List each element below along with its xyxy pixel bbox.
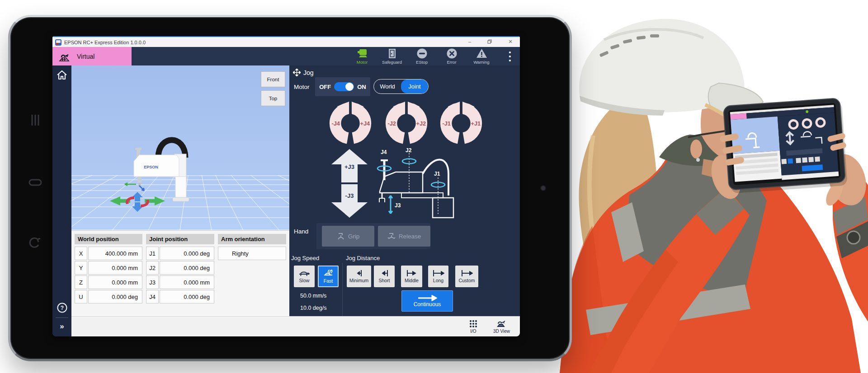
restore-button[interactable] [483,37,496,46]
continuous-button[interactable]: Continuous [401,290,453,312]
io-label: I/O [470,329,476,334]
axis-value: 0.000 mm [88,261,142,275]
axis-value: 400.000 mm [88,247,142,260]
rotate-icon [30,238,40,247]
axis-value: 0.000 mm [88,275,142,289]
io-button[interactable]: I/O [469,319,478,334]
motor-icon [356,48,368,59]
help-icon: ? [57,303,67,313]
tcp-axis-y [125,183,136,186]
axis-label: J3 [146,275,159,289]
motor-toggle-label: Motor [294,84,310,90]
jog-j3-up-button[interactable]: +J3 [331,149,368,182]
speed-fast-button[interactable]: Fast [318,266,339,287]
position-tables-panel: World position X 400.000 mm Y 0.000 mm Z… [71,230,289,317]
table-row: X 400.000 mm [75,247,142,260]
speed-slow-button[interactable]: Slow [294,266,315,287]
section-divider [342,263,343,316]
release-button[interactable]: Release [378,226,430,247]
distance-label: Middle [405,278,419,283]
watch [847,231,860,244]
motor-off-label: OFF [319,84,331,90]
status-icon-row: Motor Safeguard [349,48,495,65]
diagram-j3-label: J3 [395,202,401,209]
jog-move-icon [293,69,301,76]
robot-brand-label: EPSON [144,165,158,169]
linear-speed-value: 50.0 mm/s [300,293,326,299]
table-title: Arm orientation [218,234,286,244]
release-label: Release [399,233,421,240]
distance-short-button[interactable]: Short [374,266,395,287]
jog-j3-down-button[interactable]: -J3 [331,184,368,218]
jog-speed-label: Jog Speed [291,255,319,261]
distance-minimum-icon [353,270,365,277]
grip-button[interactable]: Grip [322,226,374,247]
table-title: World position [75,234,142,244]
3d-view-button[interactable]: 3D View [493,319,510,334]
view-front-button[interactable]: Front [261,71,285,87]
j3-up-label: +J3 [344,163,354,170]
expand-sidebar-button[interactable]: » [52,322,71,331]
distance-custom-icon [461,270,473,277]
jog-minus-label: -J2 [387,120,396,127]
jog-rotary-j4[interactable]: -J4 +J4 [328,101,373,145]
svg-text:?: ? [60,305,63,311]
axis-label: J1 [146,247,159,260]
virtual-mode-button[interactable]: Virtual [52,47,132,65]
distance-long-icon [433,270,444,277]
table-row: J2 0.000 deg [146,261,214,275]
jog-minus-label: -J1 [442,120,450,127]
distance-custom-button[interactable]: Custom [455,266,478,287]
restore-icon [487,39,492,44]
status-safeguard[interactable]: Safeguard [379,48,405,65]
axis-label: X [75,247,87,260]
overflow-menu-button[interactable]: ••• [506,50,514,62]
handheld-tablet [723,98,848,194]
arm-orientation-value: Righty [218,247,286,260]
floor-jog-pad[interactable] [110,192,165,212]
status-warning[interactable]: Warning [468,48,495,65]
status-motor[interactable]: Motor [349,48,375,65]
continuous-arrow-icon [417,295,437,301]
scene: EPSON RC+ Express Edition 1.0.0.0 – ✕ Vi… [0,0,868,373]
distance-minimum-button[interactable]: Minimum [347,266,371,287]
close-button[interactable]: ✕ [504,37,517,46]
robot-3d-scene: EPSON [71,65,289,230]
distance-long-button[interactable]: Long [428,266,448,287]
error-icon [446,48,458,59]
axis-value: 0.000 deg [88,290,142,303]
view-top-button[interactable]: Top [261,90,285,106]
help-button[interactable]: ? [52,303,71,313]
minimize-button[interactable]: – [463,37,476,46]
axis-value: 0.000 deg [160,290,214,303]
status-label: Warning [473,60,489,65]
home-button[interactable] [52,70,71,80]
jog-rotary-j1[interactable]: -J1 +J1 [439,101,483,145]
distance-short-icon [378,270,390,277]
axis-label: Y [75,261,87,275]
joint-diagram: J4 J2 J1 J3 [375,148,463,220]
robot-3d-viewport[interactable]: EPSON Front Top [71,65,289,230]
3d-view-label: 3D View [493,329,510,334]
axis-label: Z [75,275,87,289]
tab-joint[interactable]: Joint [401,79,428,93]
hand-panel: Grip Release [316,223,430,249]
switch-knob [345,83,354,91]
home-icon [57,70,67,80]
distance-label: Long [433,278,443,283]
jog-rotary-j2[interactable]: -J2 +J2 [384,101,429,145]
distance-middle-button[interactable]: Middle [401,266,422,287]
grip-icon [337,232,345,240]
motor-switch[interactable] [334,82,354,91]
jog-minus-label: -J4 [331,120,340,127]
tab-world[interactable]: World [374,79,401,93]
j3-down-label: -J3 [345,192,354,199]
distance-label: Custom [458,278,475,283]
front-camera [540,185,546,191]
joint-position-table: Joint position J1 0.000 deg J2 0.000 deg… [146,234,214,244]
fast-label: Fast [324,278,333,284]
table-row: U 0.000 deg [75,290,142,303]
home-pill-icon [29,180,41,185]
status-error[interactable]: Error [439,48,465,65]
status-estop[interactable]: EStop [409,48,435,65]
